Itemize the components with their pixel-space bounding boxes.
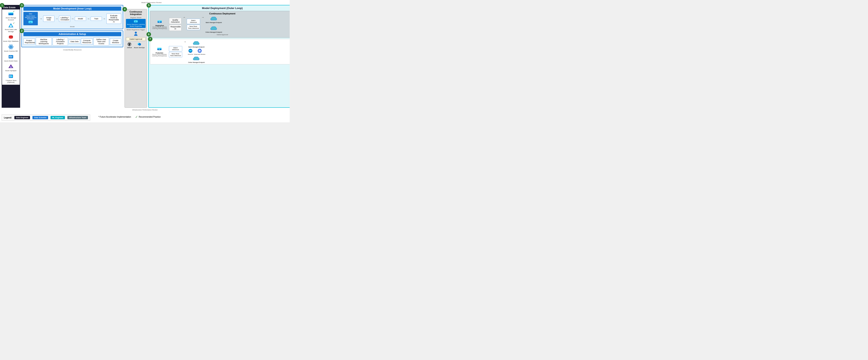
ci-section: 4 Continuous Integration Register Model … — [124, 9, 147, 108]
azure-arc-container: Azure Arc — [188, 48, 193, 55]
svg-rect-16 — [11, 56, 11, 58]
prod-ml-icon: ML — [157, 47, 162, 52]
prod-online-endpoint: Online Managed Endpoint — [188, 56, 205, 63]
svg-text:ML: ML — [159, 21, 161, 23]
future-accelerator-note: * Future Accelerator Implementation — [98, 116, 131, 118]
cosmos-icon — [8, 44, 14, 49]
inner-loop-title: Model Development (Inner Loop) — [24, 7, 121, 11]
data-estate-body: ✓ Azure Storage Account ✓ Azure Data — [2, 9, 20, 85]
person-icon — [134, 31, 138, 36]
batch-endpoint-container: Batch Managed Endpoint — [206, 16, 222, 23]
person-icon-wrapper — [126, 31, 146, 37]
circle-4: 4 — [122, 7, 127, 11]
prod-batch-endpoint: Batch Managed Endpoint — [188, 40, 205, 48]
staging-ml-icon: ML — [157, 20, 162, 25]
datasets-box: Data Sets — [69, 39, 80, 43]
kubernetes-icon — [197, 48, 203, 53]
train-label: Train — [92, 18, 100, 20]
list-item: Azure Synapse — [3, 63, 19, 72]
arrow-icon: → — [183, 16, 186, 33]
legend-infra-team: Infrastructure Team — [67, 116, 88, 119]
svg-text:ML: ML — [135, 21, 137, 22]
staging-inference-col: Batch Inference Near Real-Time Inference — [187, 16, 200, 33]
legend-data-engineer: Data Engineer — [14, 116, 30, 119]
tools-row: Github Azure DevOps — [126, 42, 146, 49]
model-box: Model — [75, 17, 86, 21]
compute-resources-label: Compute Resources — [82, 39, 91, 43]
center-area: 3 Model Development (Inner Loop) Dev Sec… — [21, 5, 123, 108]
arrow-icon: → — [55, 17, 58, 20]
recommended-label: Recommended Practice — [139, 116, 161, 118]
outer-loop-section: 5 Model Deployment (Outer Loop) Continuo… — [148, 5, 290, 108]
prod-nearrt-label: Near Real-Time Inference — [170, 53, 181, 57]
prod-batch-box: Batch Inference — [169, 46, 182, 51]
sql-icon — [8, 34, 14, 39]
qa-label: Quality Assurance — [170, 19, 180, 23]
eventhubs-icon — [8, 54, 14, 59]
responsible-ai-box: Responsible AI — [169, 25, 181, 31]
ml-workspaces-box: Machine Learning Workspaces — [36, 37, 52, 46]
devops-icon — [137, 42, 141, 46]
near-realtime-label: Near Real-Time Inference — [188, 26, 199, 29]
responsible-ai-label: Responsible AI — [170, 26, 180, 30]
evaluate-label: Evaluate Model & Responsible AI — [108, 14, 120, 23]
list-item: Azure SQL Database — [3, 34, 19, 42]
github-label: Github — [127, 47, 132, 49]
azure-devops-item: Azure DevOps — [134, 42, 145, 49]
kubernetes-container: Kubernetes Services — [194, 48, 205, 55]
prod-batch-endpoint-label: Batch Managed Endpoint — [188, 46, 205, 48]
staging-workspace-col: ML Staging/Test Secure Azure Machine Lea… — [151, 16, 168, 33]
list-item: ✓ Azure Data Lake Storage — [3, 22, 19, 32]
compute-resources-box: Compute Resources — [81, 38, 92, 44]
data-estate-title: Data Estate — [2, 5, 20, 9]
feature-store-icon-wrapper — [8, 73, 14, 79]
list-item: Azure Event Hubs — [3, 54, 19, 62]
gated-approval-label: Gated Approval — [127, 38, 144, 40]
cosmos-icon-wrapper — [8, 44, 14, 50]
create-monitors-box: Create Monitors — [110, 38, 121, 44]
kubernetes-label: Kubernetes Services — [194, 54, 205, 55]
online-endpoint-container: Online Managed Endpoint — [206, 25, 222, 33]
model-label: Model — [76, 18, 85, 20]
check-icon: ✓ — [13, 10, 14, 12]
admin-setup-section: 2 Administration & Setup Project Reposit… — [21, 30, 123, 47]
create-monitors-label: Create Monitors — [111, 39, 120, 43]
create-modify-row: Create/Modify Resources — [21, 49, 123, 51]
production-row: ML Production Secure Azure Machine Learn… — [151, 40, 290, 63]
list-item: ✓ Azure Storage Account — [3, 11, 19, 21]
svg-rect-5 — [10, 25, 11, 27]
eventhubs-label: Azure Event Hubs — [4, 60, 18, 62]
recommended-note: ✓ Recommended Practice — [135, 115, 161, 119]
infra-perf-label: Infrastructure Performance Review — [132, 109, 158, 111]
cd-title: Continuous Deployment — [151, 12, 290, 15]
infra-perf-row: Infrastructure Performance Review — [2, 109, 288, 111]
legend-ml-engineer: ML Engineer — [51, 116, 65, 119]
devops-label: Azure DevOps — [134, 47, 145, 49]
prod-title: Production — [156, 52, 163, 54]
staging-title: Staging/Test — [155, 25, 164, 26]
cloud-icon — [210, 16, 218, 21]
prod-batch-label: Batch Inference — [170, 47, 181, 51]
svg-rect-2 — [9, 13, 10, 13]
main-layout: 1 Data Estate ✓ Azure Storage Account — [2, 5, 288, 108]
cloud-icon — [192, 56, 200, 61]
inner-loop-section: 3 Model Development (Inner Loop) Dev Sec… — [21, 5, 123, 29]
azure-arc-icon — [188, 48, 193, 53]
project-repos-box: Project Repositories — [24, 38, 35, 44]
bottom-area: Legend: Data Engineer Data Scientist ML … — [2, 113, 288, 121]
top-arrow-row: Model Performance Review — [2, 2, 288, 5]
prod-nearrt-box: Near Real-Time Inference — [169, 52, 182, 57]
register-model-label: Register Model — [126, 17, 146, 19]
cd-area: Continuous Deployment 6 ML Staging/Test — [150, 11, 290, 38]
gated-approval-box: Gated Approval — [126, 37, 146, 41]
image-data-label: Image Data — [44, 17, 53, 21]
evaluate-box: Evaluate Model & Responsible AI — [106, 13, 121, 24]
prod-endpoints-col: Batch Managed Endpoint Azure Arc — [188, 40, 205, 63]
svg-rect-21 — [9, 75, 10, 76]
datalake-label: Azure Data Lake Storage — [3, 29, 19, 32]
project-repos-label: Project Repositories — [25, 39, 33, 43]
synapse-label: Azure Synapse — [5, 70, 17, 72]
staging-workspace-label: Secure Azure Machine Learning Workspace(… — [151, 26, 168, 29]
dev-box: Dev Secure Azure Machine Learning Worksp… — [24, 12, 38, 25]
svg-text:ML: ML — [29, 21, 32, 23]
